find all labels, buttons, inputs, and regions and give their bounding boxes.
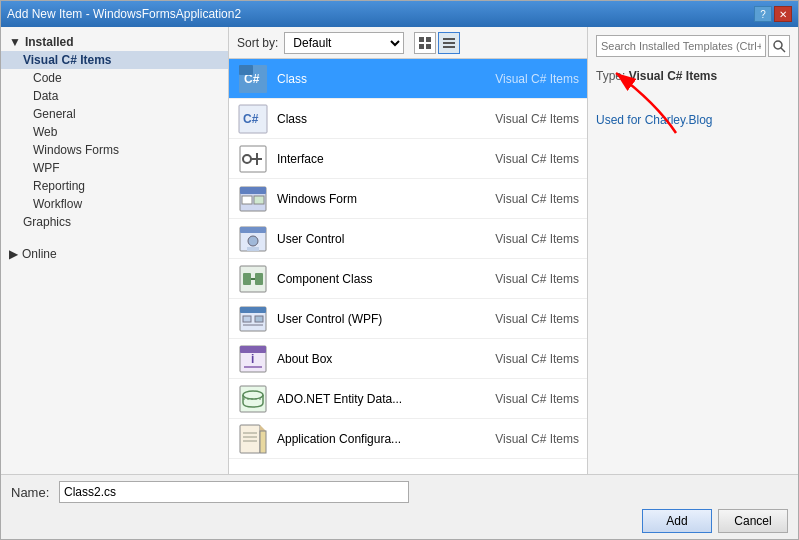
red-arrow-annotation — [596, 63, 716, 143]
svg-rect-1 — [426, 37, 431, 42]
item-category: Visual C# Items — [495, 72, 579, 86]
item-icon-userctrl — [237, 223, 269, 255]
list-item[interactable]: ADO.NET Entity Data... Visual C# Items — [229, 379, 587, 419]
titlebar: Add New Item - WindowsFormsApplication2 … — [1, 1, 798, 27]
svg-rect-5 — [443, 42, 455, 44]
list-item[interactable]: Windows Form Visual C# Items — [229, 179, 587, 219]
dialog-window: Add New Item - WindowsFormsApplication2 … — [0, 0, 799, 540]
item-category: Visual C# Items — [495, 152, 579, 166]
svg-line-46 — [781, 48, 785, 52]
view-toggle-buttons — [414, 32, 460, 54]
name-label: Name: — [11, 485, 51, 500]
item-icon-component — [237, 263, 269, 295]
list-item[interactable]: User Control (WPF) Visual C# Items — [229, 299, 587, 339]
item-icon-class: C# — [237, 63, 269, 95]
right-panel: Type: Visual C# Items Used for Charley.B… — [588, 27, 798, 474]
list-view-button[interactable] — [438, 32, 460, 54]
item-name: Class — [277, 112, 495, 126]
svg-rect-25 — [243, 273, 251, 285]
item-name: About Box — [277, 352, 495, 366]
grid-view-button[interactable] — [414, 32, 436, 54]
item-name: User Control — [277, 232, 495, 246]
item-name: Interface — [277, 152, 495, 166]
cancel-button[interactable]: Cancel — [718, 509, 788, 533]
list-item[interactable]: Application Configura... Visual C# Items — [229, 419, 587, 459]
svg-text:C#: C# — [243, 112, 259, 126]
svg-rect-31 — [255, 316, 263, 322]
item-name: Component Class — [277, 272, 495, 286]
tree-item-label: Graphics — [23, 215, 71, 229]
svg-rect-19 — [254, 196, 264, 204]
svg-rect-6 — [443, 46, 455, 48]
svg-point-45 — [774, 41, 782, 49]
item-name: Application Configura... — [277, 432, 495, 446]
item-category: Visual C# Items — [495, 272, 579, 286]
svg-rect-41 — [260, 431, 266, 453]
installed-section: ▼ Installed — [1, 33, 228, 51]
list-item[interactable]: C# Class Visual C# Items — [229, 59, 587, 99]
tree-item-web[interactable]: Web — [1, 123, 228, 141]
item-category: Visual C# Items — [495, 312, 579, 326]
tree-item-label: Visual C# Items — [23, 53, 112, 67]
online-section: ▶ Online — [1, 245, 228, 263]
list-item[interactable]: i About Box Visual C# Items — [229, 339, 587, 379]
tree-item-label: Windows Forms — [33, 143, 119, 157]
search-button[interactable] — [768, 35, 790, 57]
list-item[interactable]: Interface Visual C# Items — [229, 139, 587, 179]
svg-text:i: i — [251, 352, 254, 366]
left-panel: ▼ Installed Visual C# Items Code Data Ge… — [1, 27, 229, 474]
svg-rect-4 — [443, 38, 455, 40]
item-icon-cs: C# — [237, 103, 269, 135]
online-label: Online — [22, 247, 57, 261]
svg-rect-23 — [247, 247, 259, 251]
tree-item-data[interactable]: Data — [1, 87, 228, 105]
item-category: Visual C# Items — [495, 392, 579, 406]
svg-point-22 — [248, 236, 258, 246]
tree-item-reporting[interactable]: Reporting — [1, 177, 228, 195]
close-button[interactable]: ✕ — [774, 6, 792, 22]
item-list: C# Class Visual C# Items C# — [229, 59, 587, 474]
item-category: Visual C# Items — [495, 112, 579, 126]
add-button[interactable]: Add — [642, 509, 712, 533]
name-row: Name: — [11, 481, 788, 503]
tree-item-workflow[interactable]: Workflow — [1, 195, 228, 213]
search-input[interactable] — [596, 35, 766, 57]
item-name: ADO.NET Entity Data... — [277, 392, 495, 406]
tree-item-windows-forms[interactable]: Windows Forms — [1, 141, 228, 159]
item-category: Visual C# Items — [495, 192, 579, 206]
svg-rect-29 — [240, 307, 266, 313]
list-item[interactable]: User Control Visual C# Items — [229, 219, 587, 259]
item-icon-wpf-ctrl — [237, 303, 269, 335]
svg-rect-3 — [426, 44, 431, 49]
tree-item-label: Web — [33, 125, 57, 139]
sort-select[interactable]: Default Name Type Date — [284, 32, 404, 54]
tree-item-code[interactable]: Code — [1, 69, 228, 87]
annotation-area: Used for Charley.Blog — [596, 113, 790, 127]
item-icon-ado — [237, 383, 269, 415]
installed-label: Installed — [25, 35, 74, 49]
tree-item-label: Reporting — [33, 179, 85, 193]
tree-item-wpf[interactable]: WPF — [1, 159, 228, 177]
dialog-title: Add New Item - WindowsFormsApplication2 — [7, 7, 241, 21]
tree-item-label: Data — [33, 89, 58, 103]
online-arrow-icon: ▶ — [9, 247, 18, 261]
item-name: Windows Form — [277, 192, 495, 206]
list-item[interactable]: C# Class Visual C# Items — [229, 99, 587, 139]
titlebar-buttons: ? ✕ — [754, 6, 792, 22]
tree-item-general[interactable]: General — [1, 105, 228, 123]
name-input[interactable] — [59, 481, 409, 503]
item-icon-interface — [237, 143, 269, 175]
tree-item-graphics[interactable]: Graphics — [1, 213, 228, 231]
center-panel: Sort by: Default Name Type Date — [229, 27, 588, 474]
item-category: Visual C# Items — [495, 352, 579, 366]
tree-item-label: Code — [33, 71, 62, 85]
item-category: Visual C# Items — [495, 432, 579, 446]
list-item[interactable]: Component Class Visual C# Items — [229, 259, 587, 299]
tree-item-visual-csharp[interactable]: Visual C# Items — [1, 51, 228, 69]
installed-arrow-icon: ▼ — [9, 35, 21, 49]
item-icon-winform — [237, 183, 269, 215]
svg-rect-17 — [240, 187, 266, 194]
bottom-panel: Name: Add Cancel — [1, 474, 798, 539]
help-button[interactable]: ? — [754, 6, 772, 22]
svg-rect-0 — [419, 37, 424, 42]
